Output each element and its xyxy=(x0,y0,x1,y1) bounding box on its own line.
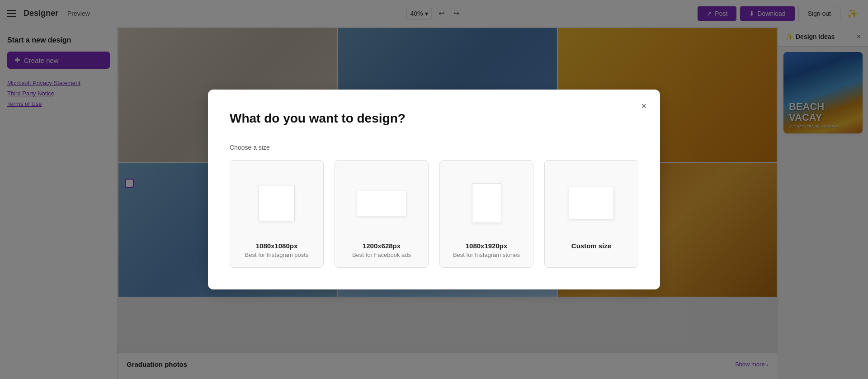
size-info-2: 1200x628px Best for Facebook ads xyxy=(352,242,411,258)
size-dims-4: Custom size xyxy=(571,242,611,250)
modal-overlay[interactable]: × What do you want to design? Choose a s… xyxy=(0,0,868,379)
size-info-3: 1080x1920px Best for Instagram stories xyxy=(453,242,520,258)
size-card-facebook-ad[interactable]: 1200x628px Best for Facebook ads xyxy=(335,160,429,268)
size-card-wrapper-4 xyxy=(552,171,631,235)
size-card-wrapper-3 xyxy=(447,171,526,235)
size-desc-3: Best for Instagram stories xyxy=(453,251,520,258)
modal-section-label: Choose a size xyxy=(230,144,638,151)
size-dims-2: 1200x628px xyxy=(352,242,411,250)
size-card-wrapper-1 xyxy=(237,171,316,235)
size-dims-1: 1080x1080px xyxy=(245,242,309,250)
size-card-instagram-post[interactable]: 1080x1080px Best for Instagram posts xyxy=(230,160,324,268)
size-info-4: Custom size xyxy=(571,242,611,251)
modal-close-button[interactable]: × xyxy=(637,99,651,113)
size-preview-landscape xyxy=(357,190,406,216)
modal-title: What do you want to design? xyxy=(230,111,638,126)
size-preview-square xyxy=(259,185,295,221)
size-desc-2: Best for Facebook ads xyxy=(352,251,411,258)
size-card-wrapper-2 xyxy=(342,171,421,235)
design-size-modal: × What do you want to design? Choose a s… xyxy=(208,90,660,289)
size-card-custom[interactable]: Custom size xyxy=(544,160,638,268)
size-dims-3: 1080x1920px xyxy=(453,242,520,250)
size-options-grid: 1080x1080px Best for Instagram posts 120… xyxy=(230,160,638,268)
size-preview-portrait xyxy=(472,183,501,223)
size-preview-custom xyxy=(569,187,614,219)
size-card-instagram-story[interactable]: 1080x1920px Best for Instagram stories xyxy=(439,160,533,268)
size-desc-1: Best for Instagram posts xyxy=(245,251,309,258)
size-info-1: 1080x1080px Best for Instagram posts xyxy=(245,242,309,258)
modal-close-icon: × xyxy=(641,101,646,111)
